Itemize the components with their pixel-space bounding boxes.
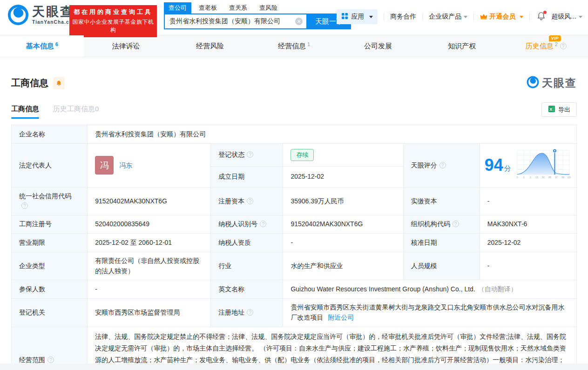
help-icon[interactable] (260, 221, 266, 227)
approval-date-label: 核准日期 (403, 234, 480, 252)
nav-monitor[interactable]: 超级风... (551, 13, 582, 21)
reg-status-cell: 存续 (283, 144, 403, 167)
help-icon[interactable] (247, 198, 253, 204)
nearby-companies-link[interactable]: 附近公司 (328, 314, 354, 321)
score-distribution-chart: 0 1 3 15 50 85 97 99 100 (516, 148, 571, 183)
svg-text:50: 50 (542, 176, 545, 179)
chevron-down-icon (369, 16, 373, 18)
company-type-value: 有限责任公司（非自然人投资或控股的法人独资） (88, 252, 211, 280)
score-label: 天眼评分 (403, 144, 480, 188)
company-tab-bar: 基本信息 6 法律诉讼 经营风险 经营信息 1 公司发展 知识产权 历史信息 V… (0, 35, 588, 57)
business-scope-label-text: 经营范围 (19, 356, 45, 363)
promo-line1: 都在用的商业查询工具 (71, 8, 155, 16)
company-name-value: 贵州省水利投资集团（安顺）有限公司 (88, 125, 577, 144)
svg-text:15: 15 (535, 176, 538, 179)
score-cell: 94分 (480, 144, 576, 188)
tab-count: 2 (555, 41, 558, 47)
approval-date-value: 2025-12-02 (480, 234, 576, 252)
legal-rep-link[interactable]: 冯东 (119, 161, 132, 171)
nav-vip-label: 开通会员 (489, 13, 515, 21)
english-name-value: Guizhou Water Resources Investment Group… (283, 280, 577, 299)
search-tab-relation[interactable]: 查关系 (224, 2, 252, 13)
clear-search-icon[interactable] (295, 18, 303, 25)
subscribe-bell-icon[interactable] (53, 77, 65, 89)
divider (473, 13, 474, 20)
page-bottom-strip (0, 363, 588, 370)
reg-number-value: 520402000835649 (88, 215, 211, 234)
tab-operation-risk[interactable]: 经营风险 (168, 35, 252, 57)
subtab-business-info[interactable]: 工商信息 (11, 105, 39, 119)
svg-text:97: 97 (555, 176, 558, 179)
help-icon[interactable] (439, 162, 446, 168)
taxpayer-id-label-text: 纳税人识别号 (218, 220, 257, 228)
svg-text:85: 85 (548, 176, 551, 179)
help-icon[interactable] (247, 309, 253, 316)
credit-code-label-text: 统一社会信用代码 (19, 192, 71, 200)
help-icon[interactable] (21, 202, 28, 209)
tab-business-label: 经营信息 (278, 42, 306, 51)
tab-history-info[interactable]: 历史信息 VIP 2 (504, 35, 588, 57)
reg-capital-label: 注册资本 (211, 187, 283, 215)
tab-company-development[interactable]: 公司发展 (336, 35, 420, 57)
staff-size-value: - (480, 252, 576, 280)
business-info-table: 企业名称 贵州省水利投资集团（安顺）有限公司 法定代表人 冯 冯东 登记状态 存… (11, 125, 577, 370)
score-value: 94分 (485, 157, 511, 174)
english-name-text: Guizhou Water Resources Investment Group… (291, 285, 475, 293)
industry-value: 水的生产和供应业 (283, 252, 403, 280)
reg-authority-label: 登记机关 (12, 299, 88, 327)
site-logo[interactable]: 天眼查 TianYanCha.com (7, 4, 77, 26)
taxpayer-quality-label: 纳税人资质 (211, 234, 283, 252)
tab-basic-info[interactable]: 基本信息 6 (0, 35, 84, 57)
site-header: 天眼查 TianYanCha.com 都在用的商业查询工具 国家中小企业发展子基… (0, 0, 588, 30)
insured-count-value: - (88, 280, 211, 299)
reg-capital-value: 35906.39万人民币 (283, 187, 403, 215)
search-tab-company[interactable]: 查公司 (164, 2, 191, 13)
promo-line2: 国家中小企业发展子基金旗下机构 (71, 18, 155, 34)
legal-rep-cell: 冯 冯东 (88, 144, 211, 188)
export-button[interactable]: X 导出 (541, 102, 577, 117)
svg-text:100: 100 (567, 176, 571, 179)
credit-code-label: 统一社会信用代码 (12, 187, 88, 215)
chevron-down-icon (464, 16, 467, 18)
nav-enterprise[interactable]: 企业级产品 (429, 13, 467, 21)
nav-open-vip[interactable]: 开通会员 (480, 13, 523, 21)
help-icon[interactable] (560, 43, 567, 49)
svg-text:X: X (549, 107, 552, 112)
reg-number-label: 工商注册号 (12, 215, 88, 234)
nav-cooperation[interactable]: 商务合作 (390, 13, 416, 21)
auto-translate-note: （自动翻译） (478, 285, 517, 293)
taxpayer-id-value: 91520402MAK30NXT6G (283, 215, 403, 234)
paid-capital-label: 实缴资本 (403, 187, 480, 215)
tab-legal-label: 法律诉讼 (112, 42, 140, 51)
business-term-label: 营业期限 (12, 234, 88, 252)
svg-text:99: 99 (561, 176, 564, 179)
tab-development-label: 公司发展 (364, 42, 392, 51)
chevron-down-icon (520, 16, 523, 18)
taxpayer-quality-value: - (283, 234, 403, 252)
apps-menu[interactable]: 应用 (337, 9, 378, 24)
subtab-history-business-info[interactable]: 历史工商信息0 (53, 105, 99, 119)
search-area: 查公司 查老板 查关系 查风险 天眼一下 (164, 2, 351, 29)
notification-dot (543, 11, 547, 14)
legal-rep-avatar[interactable]: 冯 (95, 156, 114, 175)
search-tab-boss[interactable]: 查老板 (194, 2, 222, 13)
nav-monitor-label: 超级风... (551, 13, 576, 21)
help-icon[interactable] (247, 151, 253, 158)
help-icon[interactable] (47, 357, 54, 363)
section-title: 工商信息 (11, 77, 48, 89)
tab-count: 6 (55, 41, 58, 47)
search-tab-risk[interactable]: 查风险 (255, 2, 282, 13)
help-icon[interactable] (453, 221, 459, 227)
tab-ip-label: 知识产权 (448, 42, 476, 51)
tab-business-info[interactable]: 经营信息 1 (252, 35, 336, 57)
tab-legal-lawsuits[interactable]: 法律诉讼 (84, 35, 168, 57)
notification-bell-icon[interactable] (537, 12, 546, 22)
establish-date-label: 成立日期 (211, 167, 283, 187)
taxpayer-id-label: 纳税人识别号 (211, 215, 283, 234)
tab-intellectual-property[interactable]: 知识产权 (420, 35, 504, 57)
reg-address-label: 注册地址 (211, 299, 283, 327)
industry-label: 行业 (211, 252, 283, 280)
search-input[interactable] (165, 14, 306, 28)
score-unit: 分 (504, 164, 511, 172)
divider (422, 13, 423, 20)
